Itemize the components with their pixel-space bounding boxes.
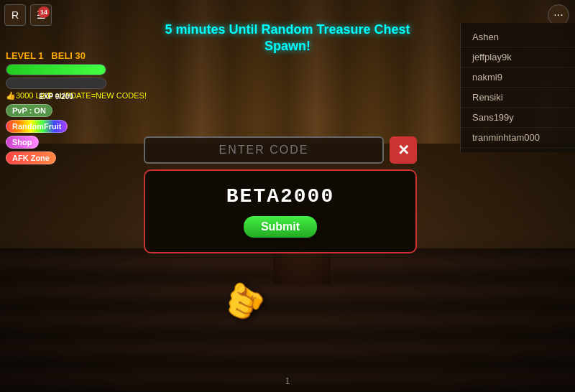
leaderboard-panel: Ashen jeffplay9k nakmi9 Rensiki Sans199y…	[460, 23, 575, 152]
code-input-field[interactable]	[144, 136, 384, 164]
roblox-logo: R	[12, 9, 19, 21]
announcement-banner: 5 minutes Until Random Treasure Chest Sp…	[144, 22, 431, 55]
leaderboard-player-6[interactable]: tranminhtam000	[461, 128, 575, 148]
code-submit-panel: BETA2000 Submit	[144, 169, 417, 253]
submit-code-button[interactable]: Submit	[244, 216, 317, 238]
announcement-text: 5 minutes Until Random Treasure Chest Sp…	[165, 22, 410, 53]
code-input-row: ✕	[144, 136, 417, 164]
leaderboard-player-5[interactable]: Sans199y	[461, 108, 575, 128]
dots-icon: ···	[553, 9, 563, 22]
afk-zone-button[interactable]: AFK Zone	[6, 151, 56, 164]
close-dialog-button[interactable]: ✕	[390, 136, 417, 164]
pvp-button[interactable]: PvP : ON	[6, 104, 52, 117]
leaderboard-player-3[interactable]: nakmi9	[461, 67, 575, 88]
submit-label: Submit	[261, 220, 300, 233]
top-left-icons: R ☰ 14	[4, 4, 52, 26]
exp-bar-wrapper: EXP 0/200	[6, 78, 147, 89]
leaderboard-player-1[interactable]: Ashen	[461, 27, 575, 47]
level-beli-display: LEVEL 1 BELI 30	[6, 50, 147, 61]
random-fruit-button[interactable]: RandomFruit	[6, 120, 68, 133]
beli-label: BELI 30	[51, 50, 86, 61]
hp-bar-fill	[6, 65, 106, 75]
notification-badge: 14	[38, 6, 50, 18]
player-stats-panel: LEVEL 1 BELI 30 HP 100/100 EXP 0/200 👍30…	[6, 50, 147, 167]
menu-icon-button[interactable]: ☰ 14	[30, 4, 52, 26]
code-entry-dialog: ✕ BETA2000 Submit	[144, 136, 417, 253]
exp-bar-container	[6, 78, 106, 89]
hp-bar-wrapper: HP 100/100	[6, 64, 147, 75]
close-icon: ✕	[397, 141, 410, 159]
level-label: LEVEL 1	[6, 50, 44, 61]
roblox-icon-button[interactable]: R	[4, 4, 26, 26]
leaderboard-player-2[interactable]: jeffplay9k	[461, 47, 575, 67]
page-number: 1	[285, 376, 290, 386]
leaderboard-player-4[interactable]: Rensiki	[461, 88, 575, 108]
hp-bar-container	[6, 64, 106, 75]
shop-button[interactable]: Shop	[6, 136, 39, 149]
code-display-text: BETA2000	[160, 185, 401, 207]
exp-bar-text: EXP 0/200	[6, 91, 106, 103]
